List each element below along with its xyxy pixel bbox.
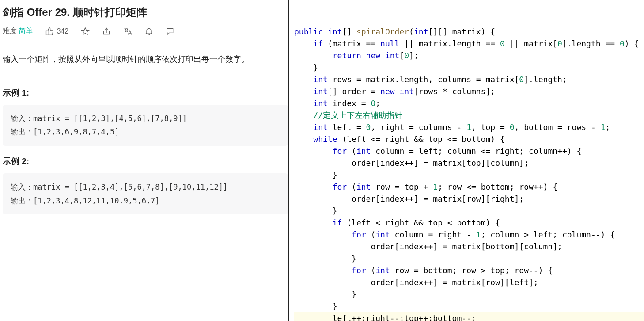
code-content: public int[] spiralOrder(int[][] matrix)… (294, 26, 644, 321)
like-button[interactable]: 342 (45, 27, 68, 36)
difficulty-label: 难度 (3, 27, 17, 34)
problem-title: 剑指 Offer 29. 顺时针打印矩阵 (3, 5, 288, 19)
code-line: if (left < right && top < bottom) { (294, 217, 644, 229)
translate-button[interactable] (123, 27, 132, 36)
example-output: 输出：[1,2,3,4,8,12,11,10,9,5,6,7] (11, 194, 280, 208)
divider (3, 44, 288, 44)
thumbs-up-icon (45, 27, 54, 36)
code-line: order[index++] = matrix[row][right]; (294, 193, 644, 205)
code-line: order[index++] = matrix[bottom][column]; (294, 241, 644, 252)
problem-description: 输入一个矩阵，按照从外向里以顺时针的顺序依次打印出每一个数字。 (3, 53, 288, 66)
share-button[interactable] (102, 27, 111, 36)
code-line: int left = 0, right = columns - 1, top =… (294, 121, 644, 133)
code-line: for (int column = left; column <= right;… (294, 145, 644, 157)
share-icon (102, 27, 111, 36)
code-line: } (294, 300, 644, 312)
code-line: } (294, 288, 644, 300)
code-line: //定义上下左右辅助指针 (294, 109, 644, 121)
star-icon (81, 27, 90, 36)
example-box: 输入：matrix = [[1,2,3,4],[5,6,7,8],[9,10,1… (3, 173, 288, 214)
code-line: order[index++] = matrix[top][column]; (294, 157, 644, 169)
translate-icon (123, 27, 132, 36)
favorite-button[interactable] (81, 27, 90, 36)
example-box: 输入：matrix = [[1,2,3],[4,5,6],[7,8,9]]输出：… (3, 105, 288, 146)
code-line: } (294, 205, 644, 217)
problem-panel: 剑指 Offer 29. 顺时针打印矩阵 难度 简单 342 输入一个矩阵，按照… (0, 0, 289, 321)
example-output: 输出：[1,2,3,6,9,8,7,4,5] (11, 125, 280, 139)
message-icon (166, 27, 174, 36)
code-line: int rows = matrix.length, columns = matr… (294, 73, 644, 85)
code-editor[interactable]: public int[] spiralOrder(int[][] matrix)… (289, 0, 644, 321)
example-heading: 示例 1: (3, 87, 288, 99)
code-line: left++;right--;top++;bottom--; (294, 312, 644, 321)
code-line: for (int column = right - 1; column > le… (294, 229, 644, 241)
notification-button[interactable] (144, 27, 153, 36)
problem-meta: 难度 简单 342 (3, 27, 288, 36)
code-line: } (294, 169, 644, 181)
example-input: 输入：matrix = [[1,2,3],[4,5,6],[7,8,9]] (11, 112, 280, 126)
example-input: 输入：matrix = [[1,2,3,4],[5,6,7,8],[9,10,1… (11, 180, 280, 194)
code-line: } (294, 252, 644, 264)
code-line: for (int row = bottom; row > top; row--)… (294, 264, 644, 276)
difficulty-value: 简单 (19, 27, 33, 34)
code-line: } (294, 61, 644, 73)
code-line: int[] order = new int[rows * columns]; (294, 85, 644, 97)
difficulty: 难度 简单 (3, 27, 33, 36)
code-line: for (int row = top + 1; row <= bottom; r… (294, 181, 644, 193)
code-line: order[index++] = matrix[row][left]; (294, 276, 644, 288)
likes-count: 342 (57, 27, 68, 35)
code-line: public int[] spiralOrder(int[][] matrix)… (294, 26, 644, 38)
code-line: return new int[0]; (294, 50, 644, 61)
feedback-button[interactable] (166, 27, 174, 36)
code-line: if (matrix == null || matrix.length == 0… (294, 38, 644, 50)
code-line: int index = 0; (294, 97, 644, 109)
bell-icon (144, 27, 153, 36)
examples-container: 示例 1:输入：matrix = [[1,2,3],[4,5,6],[7,8,9… (3, 87, 288, 214)
example-heading: 示例 2: (3, 156, 288, 167)
code-line: while (left <= right && top <= bottom) { (294, 133, 644, 145)
